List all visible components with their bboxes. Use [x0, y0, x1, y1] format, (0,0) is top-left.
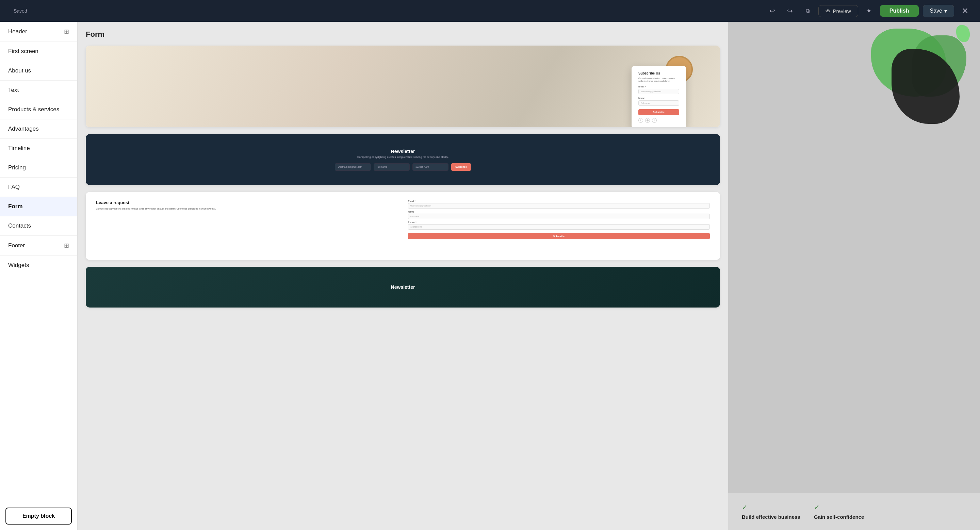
- save-label: Save: [930, 8, 942, 14]
- sidebar: Header ⊞ First screen About us Text Prod…: [0, 22, 78, 530]
- leave-phone-field: Phone * 1234567890: [408, 221, 710, 230]
- leave-phone-input[interactable]: 1234567890: [408, 224, 710, 230]
- sidebar-item-label: Header: [8, 28, 27, 35]
- green-art-decoration: [829, 22, 980, 327]
- sidebar-item-advantages[interactable]: Advantages: [0, 119, 77, 139]
- overlay-name-input[interactable]: Full name: [638, 100, 679, 106]
- sidebar-item-form[interactable]: Form: [0, 197, 77, 216]
- redo-button[interactable]: ↪: [783, 4, 797, 18]
- leave-subscribe-btn[interactable]: Subscribe: [408, 233, 710, 239]
- sidebar-item-footer[interactable]: Footer ⊞: [0, 236, 77, 256]
- empty-block-label: Empty block: [22, 513, 55, 519]
- sidebar-item-label: Products & services: [8, 106, 59, 113]
- sidebar-item-label: Advantages: [8, 125, 39, 132]
- save-button[interactable]: Save ▾: [923, 5, 954, 17]
- leave-phone-label: Phone *: [408, 221, 710, 224]
- sidebar-item-timeline[interactable]: Timeline: [0, 139, 77, 158]
- sidebar-item-faq[interactable]: FAQ: [0, 178, 77, 197]
- overlay-email-label: Email *: [638, 86, 679, 88]
- redo-icon: ↪: [787, 7, 793, 15]
- sidebar-item-label: Form: [8, 203, 23, 210]
- newsletter-email-input[interactable]: Username@gmail.com: [335, 163, 371, 171]
- newsletter-subscribe-btn[interactable]: Subscribe: [451, 163, 471, 171]
- footer-icon: ⊞: [64, 242, 69, 249]
- newsletter-phone-input[interactable]: 1234567890: [412, 163, 449, 171]
- newsletter-teal-title: Newsletter: [391, 284, 415, 290]
- check-icon-1: ✓: [742, 503, 800, 511]
- panel-title: Form: [86, 30, 720, 39]
- leave-name-field: Name Full name: [408, 211, 710, 219]
- overlay-subscribe-btn[interactable]: Subscribe: [638, 109, 679, 115]
- form-leave-request: Leave a request Compelling copyrighting …: [86, 192, 720, 260]
- sidebar-item-first-screen[interactable]: First screen: [0, 42, 77, 61]
- leave-request-subtitle: Compelling copyrighting creates intrigue…: [96, 207, 398, 211]
- overlay-email-input[interactable]: username@gmail.com: [638, 89, 679, 94]
- overlay-title: Subscribe Us: [638, 71, 679, 75]
- form-subscribe-overlay: Subscribe Us Compelling copyrighting cre…: [632, 66, 686, 127]
- sidebar-item-label: FAQ: [8, 184, 20, 190]
- form-card-3-right: Email * Username@gmail.com Name Full nam…: [408, 200, 710, 252]
- magic-button[interactable]: ✦: [862, 4, 876, 18]
- publish-button[interactable]: Publish: [880, 5, 919, 17]
- magic-icon: ✦: [866, 7, 872, 15]
- block-cards: Subscribe Us Compelling copyrighting cre…: [86, 46, 720, 308]
- overlay-facebook-icon[interactable]: f: [638, 118, 643, 123]
- leave-name-input[interactable]: Full name: [408, 214, 710, 219]
- copy-icon: ⧉: [806, 8, 810, 14]
- leave-email-input[interactable]: Username@gmail.com: [408, 203, 710, 208]
- sidebar-item-pricing[interactable]: Pricing: [0, 158, 77, 178]
- toolbar: Saved ↩ ↪ ⧉ 👁 Preview ✦ Publish Save ▾ ✕: [0, 0, 980, 22]
- newsletter-dark-subtitle: Compelling copyrighting creates intrigue…: [357, 156, 449, 159]
- newsletter-dark-title: Newsletter: [391, 149, 415, 154]
- empty-block-button[interactable]: Empty block: [5, 508, 72, 525]
- toolbar-left: Saved: [8, 8, 760, 14]
- header-icon: ⊞: [64, 28, 69, 35]
- overlay-name-label: Name: [638, 97, 679, 99]
- sidebar-item-label: Contacts: [8, 222, 31, 229]
- check-icon-2: ✓: [814, 503, 864, 511]
- overlay-subtitle: Compelling copyrighting creates intrigue…: [638, 77, 679, 83]
- sidebar-item-widgets[interactable]: Widgets: [0, 256, 77, 275]
- newsletter-name-input[interactable]: Full name: [374, 163, 410, 171]
- copy-button[interactable]: ⧉: [801, 4, 814, 18]
- publish-label: Publish: [889, 8, 909, 14]
- sidebar-item-label: First screen: [8, 48, 38, 55]
- sidebar-item-contacts[interactable]: Contacts: [0, 216, 77, 236]
- preview-bottom: ✓ Build effective business ✓ Gain self-c…: [728, 493, 980, 530]
- toolbar-actions: ↩ ↪ ⧉ 👁 Preview ✦ Publish Save ▾ ✕: [765, 4, 972, 18]
- overlay-twitter-icon[interactable]: t: [652, 118, 657, 123]
- overlay-instagram-icon[interactable]: ◎: [645, 118, 650, 123]
- form-card-1-bg: Subscribe Us Compelling copyrighting cre…: [86, 46, 720, 127]
- undo-button[interactable]: ↩: [765, 4, 779, 18]
- overlay-social-icons: f ◎ t: [638, 118, 679, 123]
- check-label-1: Build effective business: [742, 514, 800, 520]
- leave-request-title: Leave a request: [96, 200, 398, 205]
- sidebar-item-label: Widgets: [8, 262, 29, 269]
- form-block-card-3[interactable]: Leave a request Compelling copyrighting …: [86, 192, 720, 260]
- form-newsletter-dark: Newsletter Compelling copyrighting creat…: [86, 134, 720, 185]
- form-block-card-1[interactable]: Subscribe Us Compelling copyrighting cre…: [86, 46, 720, 127]
- leave-email-label: Email *: [408, 200, 710, 202]
- saved-label: Saved: [8, 8, 27, 14]
- preview-button[interactable]: 👁 Preview: [818, 5, 858, 17]
- sidebar-item-products-services[interactable]: Products & services: [0, 100, 77, 119]
- sidebar-item-text[interactable]: Text: [0, 81, 77, 100]
- main-layout: Header ⊞ First screen About us Text Prod…: [0, 22, 980, 530]
- check-item-1: ✓ Build effective business: [742, 503, 800, 520]
- save-dropdown-icon: ▾: [944, 8, 947, 14]
- center-panel: Form Subscribe Us Compelling copyrightin…: [78, 22, 728, 530]
- sidebar-item-header[interactable]: Header ⊞: [0, 22, 77, 42]
- undo-icon: ↩: [769, 7, 775, 15]
- sidebar-item-label: Timeline: [8, 145, 30, 152]
- sidebar-item-about-us[interactable]: About us: [0, 61, 77, 81]
- close-button[interactable]: ✕: [958, 4, 972, 18]
- newsletter-dark-inputs: Username@gmail.com Full name 1234567890 …: [335, 163, 471, 171]
- form-block-card-2[interactable]: Newsletter Compelling copyrighting creat…: [86, 134, 720, 185]
- preview-eye-icon: 👁: [826, 8, 830, 14]
- sidebar-bottom: Empty block: [0, 502, 77, 530]
- preview-bg: ✓ Build effective business ✓ Gain self-c…: [728, 22, 980, 530]
- close-icon: ✕: [962, 6, 969, 16]
- form-block-card-4[interactable]: Newsletter: [86, 267, 720, 308]
- leave-name-label: Name: [408, 211, 710, 213]
- right-preview-panel: ✓ Build effective business ✓ Gain self-c…: [728, 22, 980, 530]
